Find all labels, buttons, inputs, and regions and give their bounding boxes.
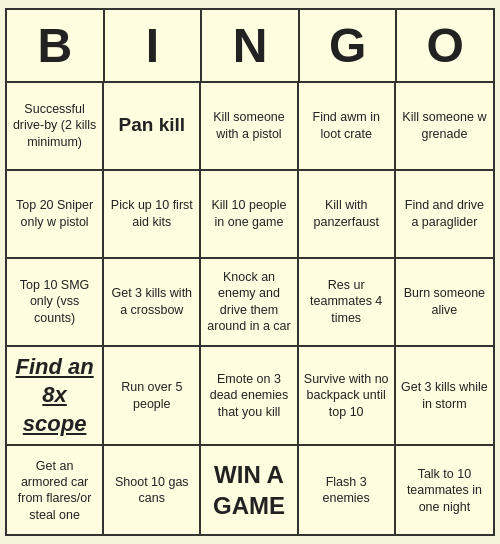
bingo-cell-21: Shoot 10 gas cans [104,446,201,534]
bingo-cell-13: Res ur teammates 4 times [299,259,396,347]
bingo-cell-1: Pan kill [104,83,201,171]
bingo-cell-6: Pick up 10 first aid kits [104,171,201,259]
bingo-cell-8: Kill with panzerfaust [299,171,396,259]
bingo-cell-3: Find awm in loot crate [299,83,396,171]
bingo-card: BINGO Successful drive-by (2 kills minim… [5,8,495,537]
bingo-cell-20: Get an armored car from flares/or steal … [7,446,104,534]
bingo-cell-4: Kill someone w grenade [396,83,493,171]
bingo-grid: Successful drive-by (2 kills minimum)Pan… [7,83,493,535]
bingo-cell-5: Top 20 Sniper only w pistol [7,171,104,259]
bingo-cell-12: Knock an enemy and drive them around in … [201,259,298,347]
bingo-cell-23: Flash 3 enemies [299,446,396,534]
bingo-cell-9: Find and drive a paraglider [396,171,493,259]
bingo-cell-24: Talk to 10 teammates in one night [396,446,493,534]
header-letter-n: N [202,10,300,83]
bingo-cell-14: Burn someone alive [396,259,493,347]
bingo-cell-16: Run over 5 people [104,347,201,447]
bingo-cell-7: Kill 10 people in one game [201,171,298,259]
bingo-cell-17: Emote on 3 dead enemies that you kill [201,347,298,447]
bingo-cell-2: Kill someone with a pistol [201,83,298,171]
bingo-cell-18: Survive with no backpack until top 10 [299,347,396,447]
bingo-cell-15: Find an 8x scope [7,347,104,447]
header-letter-g: G [300,10,398,83]
header-letter-i: I [105,10,203,83]
header-letter-o: O [397,10,493,83]
bingo-cell-19: Get 3 kills while in storm [396,347,493,447]
bingo-cell-11: Get 3 kills with a crossbow [104,259,201,347]
bingo-cell-10: Top 10 SMG only (vss counts) [7,259,104,347]
header-letter-b: B [7,10,105,83]
bingo-cell-0: Successful drive-by (2 kills minimum) [7,83,104,171]
bingo-header: BINGO [7,10,493,83]
bingo-cell-22: WIN A GAME [201,446,298,534]
